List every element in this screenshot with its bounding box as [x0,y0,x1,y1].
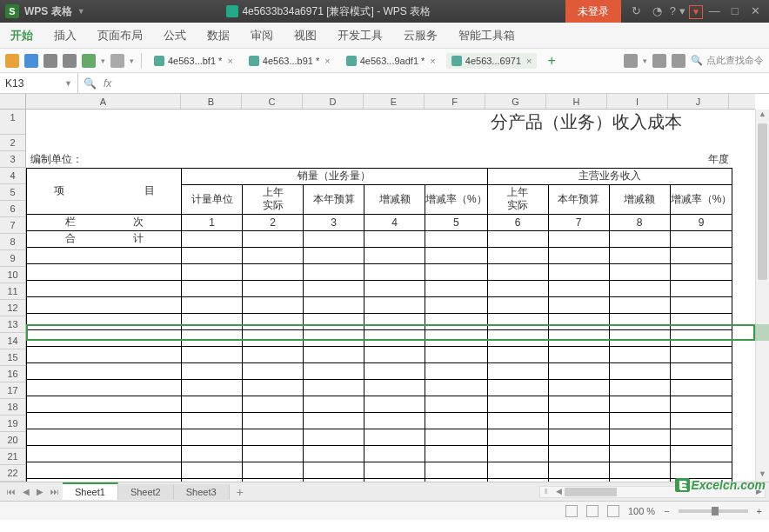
close-button[interactable]: ✕ [746,4,764,17]
menu-data[interactable]: 数据 [207,28,230,43]
file-tab-3[interactable]: 4e563...6971× [446,53,538,69]
close-icon[interactable]: × [324,56,330,66]
row-header-13[interactable]: 13 [0,316,25,333]
undo-dd[interactable]: ▾ [101,57,105,65]
formula-input[interactable] [118,77,764,90]
cells-area[interactable]: 分产品（业务）收入成本编制单位：年度项 目销量（业务量）主营业务收入计量单位上年… [26,110,755,482]
menu-review[interactable]: 审阅 [251,28,273,43]
col-header-G[interactable]: G [485,94,546,109]
menu-smarttools[interactable]: 智能工具箱 [458,28,515,43]
row-header-4[interactable]: 4 [0,168,25,184]
tool-dd[interactable]: ▾ [643,57,647,65]
col-header-B[interactable]: B [181,94,242,109]
name-box[interactable]: K13 ▼ [0,73,78,93]
sync-icon[interactable]: ↻ [628,4,645,17]
row-header-20[interactable]: 20 [0,432,25,449]
print-preview-icon[interactable] [63,54,77,68]
minimize-button[interactable]: — [705,4,723,17]
menu-devtools[interactable]: 开发工具 [338,28,383,43]
col-header-C[interactable]: C [242,94,303,109]
row-header-16[interactable]: 16 [0,366,25,382]
view-page-icon[interactable] [586,505,598,517]
row-header-15[interactable]: 15 [0,349,25,366]
row-header-2[interactable]: 2 [0,135,25,151]
vertical-scrollbar[interactable]: ▲ ▼ [755,110,769,482]
zoom-slider[interactable] [679,509,748,513]
sheet-nav-first-icon[interactable]: ⏮ [3,487,19,496]
row-header-6[interactable]: 6 [0,201,25,217]
zoom-knob[interactable] [712,507,719,515]
maximize-button[interactable]: □ [726,4,744,17]
view-normal-icon[interactable] [565,505,578,517]
row-header-22[interactable]: 22 [0,465,25,482]
close-icon[interactable]: × [430,56,435,66]
col-header-I[interactable]: I [607,94,668,109]
sheet-nav-last-icon[interactable]: ⏭ [47,487,63,496]
login-button[interactable]: 未登录 [565,0,621,23]
open-icon[interactable] [5,54,19,68]
app-dropdown-icon[interactable]: ▼ [77,7,85,16]
file-tab-2[interactable]: 4e563...9adf1 *× [341,53,441,69]
row-header-18[interactable]: 18 [0,399,25,416]
zoom-out-button[interactable]: − [664,506,669,516]
tool-icon-2[interactable] [652,54,666,68]
row-header-14[interactable]: 14 [0,333,25,349]
search-fx-icon[interactable]: 🔍 [84,77,97,90]
close-icon[interactable]: × [526,56,532,66]
add-sheet-button[interactable]: + [230,485,251,499]
col-header-E[interactable]: E [364,94,425,109]
row-header-12[interactable]: 12 [0,300,25,316]
row-header-11[interactable]: 11 [0,283,25,300]
select-all-corner[interactable] [0,94,26,110]
row-header-8[interactable]: 8 [0,234,25,250]
tool-icon-3[interactable] [672,54,685,68]
skin-icon[interactable]: ◔ [648,4,665,17]
close-icon[interactable]: × [227,56,232,66]
row-header-21[interactable]: 21 [0,449,25,465]
hscroll-left-icon[interactable]: ◀ [552,487,565,497]
pin-icon[interactable]: ▼ [689,5,703,19]
file-tab-1[interactable]: 4e563...b91 *× [244,53,336,69]
menu-start[interactable]: 开始 [10,28,33,43]
menu-view[interactable]: 视图 [294,28,317,43]
undo-icon[interactable] [82,54,96,68]
command-search[interactable]: 🔍 点此查找命令 [691,54,764,67]
row-headers[interactable]: 12345678910111213141516171819202122 [0,110,26,482]
column-headers[interactable]: ABCDEFGHIJ [26,94,755,110]
view-break-icon[interactable] [607,505,619,517]
redo-icon[interactable] [110,54,124,68]
sheet-tab-1[interactable]: Sheet1 [63,482,118,500]
col-header-D[interactable]: D [303,94,364,109]
sheet-tab-3[interactable]: Sheet3 [174,484,230,500]
print-icon[interactable] [43,54,57,68]
spreadsheet-grid[interactable]: ABCDEFGHIJ 12345678910111213141516171819… [0,94,769,482]
col-header-A[interactable]: A [26,94,181,109]
row-header-17[interactable]: 17 [0,382,25,399]
menu-cloud[interactable]: 云服务 [404,28,438,43]
row-header-10[interactable]: 10 [0,267,25,283]
row-header-1[interactable]: 1 [0,110,25,135]
row-header-7[interactable]: 7 [0,217,25,234]
col-header-J[interactable]: J [668,94,729,109]
col-header-F[interactable]: F [425,94,485,109]
tool-icon-1[interactable] [624,54,638,68]
menu-formula[interactable]: 公式 [164,28,186,43]
redo-dd[interactable]: ▾ [130,57,134,65]
hscroll-thumb[interactable] [565,488,617,496]
sheet-nav-next-icon[interactable]: ▶ [33,487,47,496]
help-icon[interactable]: ? ▾ [669,4,686,17]
col-header-H[interactable]: H [546,94,607,109]
save-icon[interactable] [24,54,38,68]
fx-icon[interactable]: fx [104,77,111,90]
name-box-dd-icon[interactable]: ▼ [64,79,72,88]
scroll-thumb[interactable] [758,123,767,280]
row-header-3[interactable]: 3 [0,151,25,168]
zoom-label[interactable]: 100 % [628,506,655,516]
hscroll-split-icon[interactable]: ⦀ [540,487,552,497]
scroll-up-icon[interactable]: ▲ [756,110,769,122]
new-tab-button[interactable]: + [542,53,560,69]
file-tab-0[interactable]: 4e563...bf1 *× [149,53,238,69]
sheet-nav-prev-icon[interactable]: ◀ [19,487,33,496]
menu-page-layout[interactable]: 页面布局 [97,28,143,43]
zoom-in-button[interactable]: + [757,506,762,516]
